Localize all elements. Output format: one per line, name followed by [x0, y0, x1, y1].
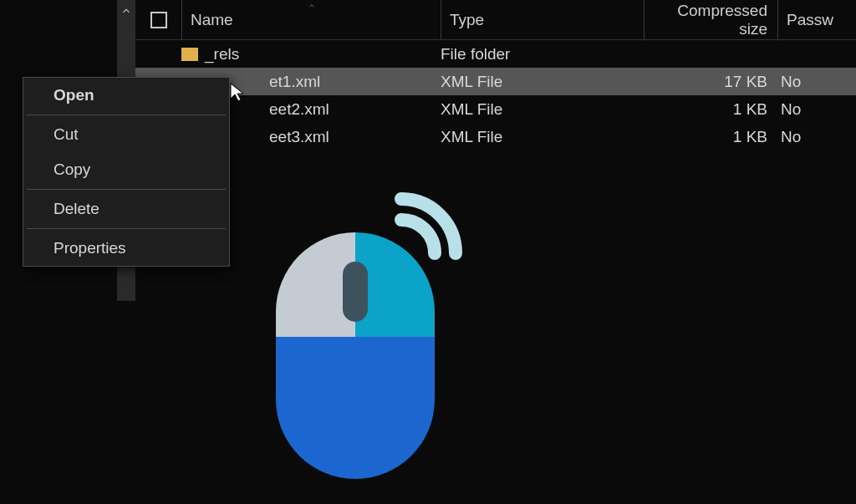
context-properties[interactable]: Properties — [23, 231, 229, 266]
file-type: XML File — [441, 73, 644, 91]
column-header-name[interactable]: Name — [181, 0, 441, 39]
context-delete[interactable]: Delete — [23, 191, 229, 227]
checkbox-icon — [150, 12, 167, 28]
context-open[interactable]: Open — [23, 78, 229, 113]
mouse-illustration-icon — [268, 191, 468, 500]
file-password: No — [777, 73, 856, 91]
file-type: XML File — [441, 128, 644, 146]
file-row[interactable]: eet3.xml XML File 1 KB No — [135, 123, 856, 150]
file-name: eet3.xml — [269, 128, 329, 146]
chevron-up-icon — [120, 5, 132, 17]
cursor-icon — [230, 83, 245, 103]
file-name: et1.xml — [269, 73, 320, 91]
file-size: 1 KB — [644, 100, 777, 119]
file-type: XML File — [441, 100, 644, 119]
file-name: _rels — [205, 45, 239, 64]
svg-rect-0 — [343, 262, 368, 322]
header-select-all[interactable] — [135, 12, 181, 28]
column-header-label: Name — [191, 11, 233, 29]
column-header-type[interactable]: Type — [441, 0, 644, 39]
file-size: 1 KB — [644, 128, 777, 146]
sort-asc-icon — [306, 2, 318, 10]
column-header-label: Passw — [787, 11, 833, 29]
column-header-row: Name Type Compressed size Passw — [135, 0, 856, 40]
context-menu-separator — [27, 115, 226, 115]
file-password: No — [777, 100, 856, 119]
file-type: File folder — [441, 45, 644, 64]
folder-icon — [181, 48, 198, 61]
file-password: No — [777, 128, 856, 146]
column-header-label: Type — [450, 11, 484, 29]
file-size: 17 KB — [644, 73, 777, 91]
file-row[interactable]: _rels File folder — [135, 40, 856, 68]
column-header-label: Compressed size — [653, 2, 767, 38]
context-menu-separator — [27, 189, 226, 190]
context-cut[interactable]: Cut — [23, 117, 229, 152]
context-menu-separator — [27, 228, 226, 229]
file-name: eet2.xml — [269, 100, 329, 119]
context-menu: Open Cut Copy Delete Properties — [23, 77, 230, 267]
column-header-password[interactable]: Passw — [777, 0, 856, 39]
column-header-compressed-size[interactable]: Compressed size — [644, 0, 777, 39]
file-list-pane: Name Type Compressed size Passw _rels Fi… — [135, 0, 856, 504]
context-copy[interactable]: Copy — [23, 152, 229, 187]
